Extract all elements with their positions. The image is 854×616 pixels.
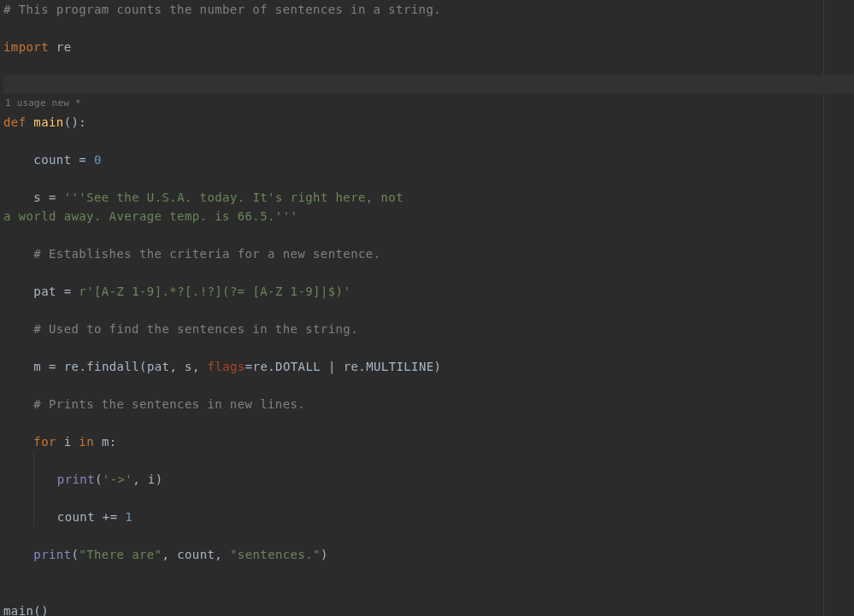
code-line[interactable]: count += 1 — [3, 507, 854, 526]
kwarg-flags: flags — [208, 360, 245, 373]
code-line[interactable]: print("There are", count, "sentences.") — [3, 545, 854, 564]
string-literal: '->' — [103, 472, 133, 486]
author-hint: new * — [52, 97, 81, 109]
module-name: re — [56, 40, 72, 54]
arg-pat: pat — [147, 360, 170, 373]
code-line[interactable]: count = 0 — [3, 150, 854, 169]
plus-equals: += — [103, 510, 118, 524]
raw-prefix: r — [79, 285, 86, 298]
blank-line[interactable] — [3, 19, 854, 38]
blank-line[interactable] — [3, 489, 854, 507]
blank-line[interactable] — [3, 583, 854, 601]
var-m: m — [33, 360, 41, 373]
comment: # This program counts the number of sent… — [3, 3, 441, 16]
const-dotall: DOTALL — [275, 360, 321, 373]
code-line[interactable]: def main(): — [3, 113, 854, 132]
string-literal: "sentences." — [230, 548, 321, 561]
equals: = — [64, 285, 72, 298]
code-editor[interactable]: # This program counts the number of sent… — [0, 0, 854, 616]
code-line[interactable]: s = '''See the U.S.A. today. It's right … — [3, 188, 854, 207]
keyword-in: in — [79, 435, 94, 449]
blank-line[interactable] — [3, 132, 854, 150]
inlay-hints: 1 usage new * — [3, 94, 854, 113]
parens: () — [64, 115, 80, 129]
module-ref: re — [253, 360, 268, 373]
code-line[interactable]: a world away. Average temp. is 66.5.''' — [3, 207, 854, 226]
number-literal: 1 — [125, 510, 133, 524]
code-line[interactable]: m = re.findall(pat, s, flags=re.DOTALL |… — [3, 357, 854, 376]
arg-s: s — [185, 360, 192, 373]
equals: = — [49, 360, 56, 373]
code-line[interactable]: print('->', i) — [3, 470, 854, 489]
string-literal: '''See the U.S.A. today. It's right here… — [64, 191, 403, 204]
blank-line[interactable] — [3, 451, 854, 470]
var-count: count — [33, 153, 71, 167]
function-name: main — [33, 115, 63, 129]
blank-line[interactable] — [3, 226, 854, 244]
comment: # Prints the sentences in new lines. — [33, 397, 305, 411]
colon: : — [109, 435, 117, 449]
code-line[interactable]: pat = r'[A-Z 1-9].*?[.!?](?= [A-Z 1-9]|$… — [3, 282, 854, 301]
code-line[interactable]: # This program counts the number of sent… — [3, 0, 854, 19]
code-line[interactable]: # Used to find the sentences in the stri… — [3, 320, 854, 338]
blank-line[interactable] — [3, 263, 854, 282]
parens: () — [33, 604, 49, 616]
var-m: m — [102, 435, 109, 449]
var-count: count — [177, 548, 215, 561]
var-pat: pat — [33, 285, 56, 298]
blank-line[interactable] — [3, 564, 854, 583]
blank-line[interactable] — [3, 338, 854, 357]
var-i: i — [64, 435, 72, 449]
equals: = — [79, 153, 86, 167]
number-literal: 0 — [94, 153, 102, 167]
module-ref: re — [64, 360, 80, 373]
code-area[interactable]: # This program counts the number of sent… — [0, 0, 854, 616]
string-literal: "There are" — [79, 548, 162, 561]
module-ref: re — [344, 360, 359, 373]
equals: = — [49, 191, 56, 204]
blank-line[interactable] — [3, 414, 854, 432]
blank-line[interactable] — [3, 301, 854, 320]
usage-hint: 1 usage — [5, 97, 46, 109]
method-findall: findall — [86, 360, 139, 373]
code-line[interactable]: # Prints the sentences in new lines. — [3, 395, 854, 414]
blank-line[interactable] — [3, 526, 854, 545]
call-main: main — [3, 604, 33, 616]
var-count: count — [57, 510, 95, 524]
code-line[interactable]: import re — [3, 38, 854, 56]
blank-line[interactable] — [3, 169, 854, 188]
var-i: i — [148, 472, 156, 486]
keyword-for: for — [33, 435, 56, 449]
code-line[interactable]: main() — [3, 601, 854, 616]
string-literal: '[A-Z 1-9].*?[.!?](?= [A-Z 1-9]|$)' — [86, 285, 350, 298]
colon: : — [79, 115, 86, 129]
comment: # Used to find the sentences in the stri… — [33, 322, 358, 336]
blank-line[interactable] — [3, 376, 854, 395]
string-literal: a world away. Average temp. is 66.5.''' — [3, 209, 297, 223]
var-s: s — [33, 191, 41, 204]
blank-line[interactable] — [3, 56, 854, 75]
builtin-print: print — [57, 472, 95, 486]
comment: # Establishes the criteria for a new sen… — [33, 247, 380, 261]
builtin-print: print — [33, 548, 71, 561]
code-line[interactable]: for i in m: — [3, 432, 854, 451]
const-multiline: MULTILINE — [366, 360, 433, 373]
keyword-def: def — [3, 115, 27, 129]
code-line[interactable]: # Establishes the criteria for a new sen… — [3, 244, 854, 263]
current-line[interactable] — [3, 75, 854, 94]
keyword-import: import — [3, 40, 49, 54]
